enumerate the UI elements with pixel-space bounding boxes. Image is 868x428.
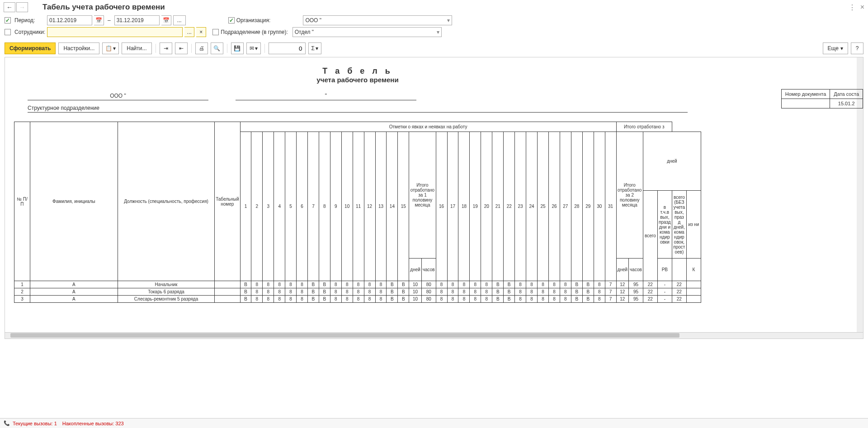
day-header: 29 bbox=[582, 132, 594, 281]
day-header: 3 bbox=[263, 132, 274, 281]
table-row: 3АСлесарь-ремонтник 5 разрядаВ88888ВВ888… bbox=[14, 296, 701, 303]
day-header: 19 bbox=[470, 132, 481, 281]
chevron-down-icon: ▾ bbox=[447, 17, 450, 24]
day-header: 15 bbox=[398, 132, 409, 281]
timesheet-table: № П/П Фамилия, инициалы Должность (специ… bbox=[14, 122, 701, 303]
dept-checkbox[interactable] bbox=[212, 29, 219, 35]
calendar-icon[interactable]: 📅 bbox=[161, 15, 171, 25]
day-header: 6 bbox=[297, 132, 308, 281]
print-icon[interactable]: 🖨 bbox=[195, 42, 208, 54]
employees-label: Сотрудники: bbox=[14, 29, 45, 35]
day-header: 7 bbox=[307, 132, 319, 281]
table-row: 1АНачальникВ88888ВВ88888ВВ108088888ВВ888… bbox=[14, 281, 701, 288]
date-from-input[interactable]: 01.12.2019 bbox=[47, 15, 92, 25]
dept-label: Подразделение (в группе): bbox=[221, 29, 288, 35]
day-header: 22 bbox=[504, 132, 515, 281]
page-title: Табель учета рабочего времени bbox=[42, 3, 165, 12]
collapse-icon[interactable]: ⇤ bbox=[175, 42, 188, 54]
menu-icon[interactable]: ⋮ bbox=[849, 3, 856, 12]
calendar-icon[interactable]: 📅 bbox=[94, 15, 104, 25]
date-dash: – bbox=[108, 17, 111, 24]
employees-clear-btn[interactable]: × bbox=[196, 27, 206, 37]
org-checkbox[interactable] bbox=[228, 17, 235, 24]
help-button[interactable]: ? bbox=[851, 42, 863, 54]
day-header: 25 bbox=[538, 132, 549, 281]
org-name-field-2: " bbox=[236, 93, 416, 100]
close-icon[interactable]: × bbox=[860, 3, 864, 12]
day-header: 17 bbox=[447, 132, 458, 281]
day-header: 14 bbox=[387, 132, 398, 281]
day-header: 12 bbox=[364, 132, 375, 281]
report-title: Т а б е л ь bbox=[14, 66, 701, 76]
org-select[interactable]: ООО " ▾ bbox=[303, 15, 452, 25]
day-header: 28 bbox=[571, 132, 582, 281]
day-header: 16 bbox=[436, 132, 447, 281]
sum-dropdown-button[interactable]: Σ ▾ bbox=[308, 42, 321, 54]
preview-icon[interactable]: 🔍 bbox=[211, 42, 223, 54]
copy-dropdown-button[interactable]: 📋 ▾ bbox=[102, 42, 119, 54]
settings-button[interactable]: Настройки... bbox=[58, 42, 99, 54]
day-header: 30 bbox=[594, 132, 605, 281]
period-label: Период: bbox=[14, 17, 45, 24]
day-header: 21 bbox=[492, 132, 504, 281]
period-checkbox[interactable] bbox=[5, 17, 11, 24]
report-area: Т а б е л ь учета рабочего времени Номер… bbox=[5, 57, 863, 333]
day-header: 1 bbox=[240, 132, 251, 281]
day-header: 20 bbox=[481, 132, 492, 281]
day-header: 26 bbox=[548, 132, 560, 281]
horizontal-scrollbar[interactable] bbox=[5, 333, 863, 339]
day-header: 4 bbox=[274, 132, 285, 281]
struct-dept-field: Структурное подразделение bbox=[28, 105, 688, 113]
day-header: 11 bbox=[353, 132, 364, 281]
find-button[interactable]: Найти... bbox=[122, 42, 151, 54]
day-header: 18 bbox=[458, 132, 470, 281]
mail-dropdown-icon[interactable]: ✉ ▾ bbox=[246, 42, 261, 54]
table-row: 2АТокарь 6 разрядаВ88888ВВ88888ВВ1080888… bbox=[14, 288, 701, 296]
employees-input[interactable] bbox=[47, 27, 183, 37]
day-header: 8 bbox=[319, 132, 330, 281]
dept-select[interactable]: Отдел " ▾ bbox=[292, 27, 442, 37]
day-header: 13 bbox=[375, 132, 387, 281]
expand-icon[interactable]: ⇥ bbox=[160, 42, 172, 54]
org-name-field: ООО " bbox=[28, 93, 208, 100]
day-header: 24 bbox=[526, 132, 538, 281]
number-input[interactable] bbox=[269, 42, 306, 54]
day-header: 9 bbox=[330, 132, 341, 281]
doc-number-box: Номер документаДата соста 15.01.2 bbox=[781, 89, 863, 108]
org-label: Организация: bbox=[236, 17, 271, 24]
date-to-input[interactable]: 31.12.2019 bbox=[114, 15, 160, 25]
day-header: 27 bbox=[560, 132, 571, 281]
day-header: 31 bbox=[605, 132, 616, 281]
period-more-btn[interactable]: ... bbox=[173, 15, 186, 25]
nav-back[interactable]: ← bbox=[4, 2, 15, 12]
chevron-down-icon: ▾ bbox=[437, 29, 439, 35]
employees-more-btn[interactable]: ... bbox=[184, 27, 194, 37]
day-header: 10 bbox=[341, 132, 353, 281]
report-subtitle: учета рабочего времени bbox=[14, 76, 701, 84]
generate-button[interactable]: Сформировать bbox=[5, 42, 56, 54]
nav-forward[interactable]: → bbox=[16, 2, 28, 12]
day-header: 23 bbox=[515, 132, 526, 281]
more-button[interactable]: Еще ▾ bbox=[823, 42, 848, 54]
day-header: 5 bbox=[285, 132, 297, 281]
save-icon[interactable]: 💾 bbox=[231, 42, 244, 54]
day-header: 2 bbox=[251, 132, 263, 281]
employees-checkbox[interactable] bbox=[5, 29, 11, 35]
